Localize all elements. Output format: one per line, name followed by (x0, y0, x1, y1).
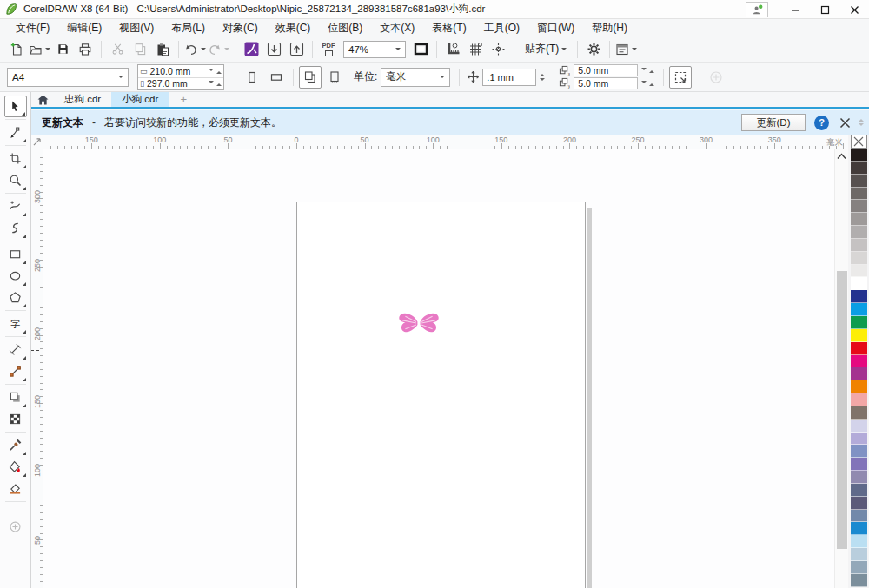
menu-item-11[interactable]: 帮助(H) (583, 19, 636, 37)
full-screen-preview-button[interactable] (410, 39, 431, 60)
color-swatch-12[interactable] (851, 303, 867, 316)
color-swatch-17[interactable] (851, 367, 867, 380)
color-swatch-11[interactable] (851, 290, 867, 303)
nudge-distance-field[interactable]: .1 mm (482, 69, 536, 86)
menu-item-10[interactable]: 窗口(W) (528, 19, 583, 37)
color-swatch-24[interactable] (851, 458, 867, 471)
document-page[interactable] (296, 202, 586, 588)
shape-tool[interactable] (4, 122, 27, 143)
portrait-button[interactable] (241, 66, 263, 89)
drawing-canvas[interactable] (43, 149, 834, 588)
color-swatch-33[interactable] (851, 574, 867, 587)
color-swatch-25[interactable] (851, 471, 867, 484)
menu-item-4[interactable]: 对象(C) (214, 19, 267, 37)
menu-item-8[interactable]: 表格(T) (423, 19, 474, 37)
zoom-tool[interactable] (4, 169, 27, 191)
color-eyedropper-tool[interactable] (4, 434, 27, 456)
menu-item-0[interactable]: 文件(F) (7, 19, 58, 37)
color-swatch-27[interactable] (851, 497, 867, 510)
drop-shadow-tool[interactable] (4, 386, 27, 408)
menu-item-1[interactable]: 编辑(E) (58, 19, 110, 37)
color-swatch-5[interactable] (851, 213, 867, 226)
color-swatch-26[interactable] (851, 484, 867, 497)
vertical-ruler[interactable]: 30025020015010050 (31, 149, 43, 588)
interactive-fill-tool[interactable] (4, 456, 27, 478)
scroll-up-icon[interactable] (837, 153, 846, 160)
import-button[interactable] (263, 39, 284, 60)
ellipse-tool[interactable] (4, 265, 27, 287)
snap-to-button[interactable]: 贴齐(T) (520, 39, 572, 60)
color-swatch-9[interactable] (851, 265, 867, 278)
color-swatch-15[interactable] (851, 342, 867, 355)
color-swatch-32[interactable] (851, 561, 867, 574)
text-tool[interactable]: 字 (4, 313, 27, 334)
menu-item-3[interactable]: 布局(L) (163, 19, 214, 37)
minimize-button[interactable] (780, 0, 810, 19)
application-launcher-button[interactable] (615, 39, 637, 60)
save-button[interactable] (52, 39, 73, 60)
bow-graphic[interactable] (396, 305, 441, 341)
vertical-scrollbar[interactable] (834, 149, 848, 588)
paste-button[interactable] (152, 39, 173, 60)
menu-item-5[interactable]: 效果(C) (267, 19, 320, 37)
menu-item-9[interactable]: 工具(O) (475, 19, 528, 37)
export-button[interactable] (286, 39, 307, 60)
rectangle-tool[interactable] (4, 243, 27, 265)
units-combo[interactable]: 毫米 (381, 68, 450, 87)
color-swatch-0[interactable] (851, 149, 867, 162)
notification-close-icon[interactable] (838, 116, 852, 129)
color-swatch-6[interactable] (851, 226, 867, 239)
welcome-home-tab[interactable] (31, 92, 54, 107)
page-width-field[interactable]: ▭210.0 mm (138, 65, 223, 77)
color-swatch-18[interactable] (851, 380, 867, 393)
maximize-button[interactable] (810, 0, 839, 19)
color-swatch-28[interactable] (851, 510, 867, 523)
color-swatch-8[interactable] (851, 252, 867, 265)
color-swatch-4[interactable] (851, 200, 867, 213)
ruler-origin-icon[interactable] (31, 135, 43, 149)
color-swatch-1[interactable] (851, 162, 867, 175)
current-page-button[interactable] (323, 66, 346, 89)
polygon-tool[interactable] (4, 287, 27, 308)
page-height-field[interactable]: ▯297.0 mm (138, 77, 223, 89)
menu-item-6[interactable]: 位图(B) (319, 19, 371, 37)
menu-item-2[interactable]: 视图(V) (110, 19, 163, 37)
smart-fill-tool[interactable] (4, 478, 27, 499)
color-swatch-2[interactable] (851, 175, 867, 188)
crop-tool[interactable] (4, 148, 27, 169)
color-swatch-14[interactable] (851, 329, 867, 342)
help-icon[interactable]: ? (814, 116, 829, 130)
no-color-swatch[interactable] (851, 135, 867, 149)
color-swatch-7[interactable] (851, 239, 867, 252)
color-swatch-13[interactable] (851, 316, 867, 329)
new-tab-button[interactable]: + (174, 92, 193, 107)
undo-button[interactable] (184, 39, 206, 60)
transparency-tool[interactable] (4, 408, 27, 430)
pick-tool[interactable] (4, 96, 27, 117)
connector-tool[interactable] (4, 360, 27, 382)
color-swatch-22[interactable] (851, 433, 867, 446)
dimension-tool[interactable] (4, 339, 27, 360)
duplicate-y-field[interactable]: 5.0 mm (574, 77, 654, 90)
color-swatch-20[interactable] (851, 406, 867, 420)
color-swatch-3[interactable] (851, 188, 867, 201)
close-button[interactable] (839, 0, 869, 19)
horizontal-ruler[interactable]: 毫米 15010050050100150200250300350 (31, 135, 848, 149)
color-swatch-19[interactable] (851, 393, 867, 406)
scrollbar-thumb[interactable] (837, 271, 847, 549)
artistic-media-tool[interactable] (4, 217, 27, 239)
treat-as-filled-button[interactable] (669, 66, 692, 89)
account-icon[interactable] (746, 2, 768, 17)
duplicate-x-field[interactable]: 5.0 mm (574, 64, 654, 77)
open-button[interactable] (29, 39, 50, 60)
new-document-button[interactable] (6, 39, 27, 60)
freehand-tool[interactable] (4, 195, 27, 217)
color-swatch-10[interactable] (851, 277, 867, 290)
color-swatch-23[interactable] (851, 445, 867, 458)
page-size-preset-combo[interactable]: A4 (7, 68, 129, 87)
document-tab-0[interactable]: 忠狗.cdr (54, 92, 111, 107)
zoom-levels-combo[interactable]: 47% (343, 41, 406, 58)
show-rulers-button[interactable] (442, 39, 463, 60)
print-button[interactable] (75, 39, 96, 60)
search-content-button[interactable] (241, 39, 262, 60)
